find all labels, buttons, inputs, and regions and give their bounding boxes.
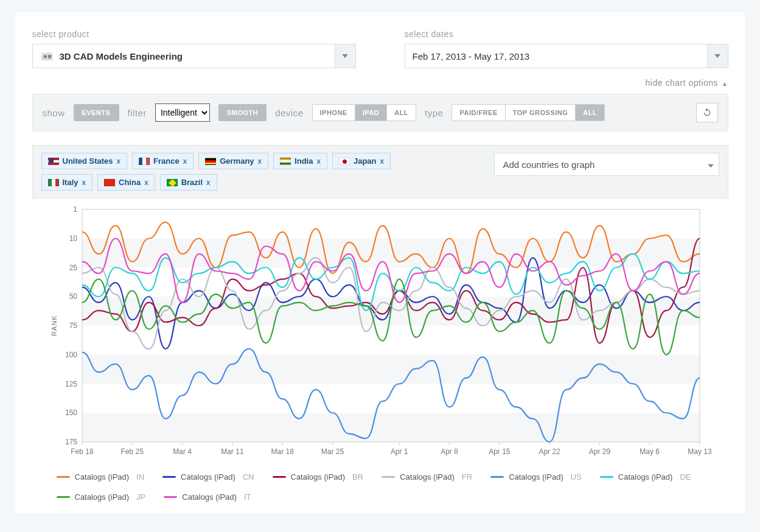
- svg-text:Mar 4: Mar 4: [173, 447, 192, 456]
- type-pill-group: PAID/FREETOP GROSSINGALL: [451, 104, 605, 121]
- flag-icon-us: [48, 158, 59, 165]
- legend-swatch: [273, 476, 286, 478]
- legend-swatch: [57, 476, 70, 478]
- remove-icon: x: [380, 156, 385, 166]
- country-tag-in[interactable]: India x: [273, 153, 327, 169]
- country-tag-de[interactable]: Germany x: [198, 153, 268, 169]
- device-pills-ipad[interactable]: IPAD: [355, 105, 387, 121]
- device-label: device: [275, 108, 303, 118]
- countries-bar: United States xFrance xGermany xIndia xJ…: [32, 145, 728, 198]
- svg-text:May 6: May 6: [640, 447, 660, 456]
- svg-text:Mar 18: Mar 18: [271, 447, 294, 456]
- svg-rect-5: [82, 355, 700, 384]
- filter-select[interactable]: Intelligent: [155, 103, 210, 122]
- country-tag-us[interactable]: United States x: [41, 153, 128, 169]
- flag-icon-it: [48, 179, 59, 186]
- chart-options-bar: show EVENTS filter Intelligent SMOOTH de…: [32, 94, 728, 131]
- svg-text:May 13: May 13: [688, 447, 712, 456]
- dates-select[interactable]: Feb 17, 2013 - May 17, 2013: [405, 44, 728, 68]
- remove-icon: x: [117, 156, 121, 166]
- app-icon: [40, 49, 54, 63]
- add-country-select[interactable]: Add countries to graph: [494, 153, 719, 176]
- svg-text:Feb 18: Feb 18: [71, 447, 94, 456]
- country-tag-it[interactable]: Italy x: [41, 174, 93, 191]
- remove-icon: x: [206, 178, 211, 187]
- events-button[interactable]: EVENTS: [74, 104, 119, 121]
- country-tag-cn[interactable]: China x: [97, 174, 155, 191]
- product-select[interactable]: 3D CAD Models Engineering: [32, 44, 356, 68]
- svg-text:Apr 15: Apr 15: [489, 447, 511, 456]
- filter-label: filter: [128, 108, 147, 118]
- flag-icon-jp: [339, 158, 350, 165]
- flag-icon-fr: [139, 158, 150, 165]
- show-label: show: [43, 108, 65, 118]
- device-pills-iphone[interactable]: IPHONE: [313, 105, 355, 121]
- svg-text:Mar 11: Mar 11: [221, 447, 244, 456]
- flag-icon-in: [280, 158, 291, 165]
- svg-text:50: 50: [69, 292, 77, 301]
- rank-chart: 110255075100125150175RANKFeb 18Feb 25Mar…: [32, 205, 728, 466]
- svg-text:1: 1: [73, 205, 77, 214]
- svg-text:Apr 8: Apr 8: [441, 447, 458, 456]
- dates-label: select dates: [405, 29, 728, 39]
- svg-text:Apr 22: Apr 22: [539, 447, 560, 456]
- svg-text:100: 100: [64, 351, 77, 359]
- country-tag-br[interactable]: Brazil x: [160, 174, 217, 191]
- chevron-down-icon: [335, 44, 355, 68]
- triangle-up-icon: ▲: [722, 80, 728, 87]
- svg-text:125: 125: [64, 380, 77, 388]
- svg-text:Feb 25: Feb 25: [120, 447, 144, 456]
- legend-swatch: [490, 476, 504, 478]
- type-pills-paidfree[interactable]: PAID/FREE: [452, 105, 505, 121]
- svg-text:150: 150: [64, 408, 77, 417]
- remove-icon: x: [82, 178, 86, 187]
- svg-point-1: [43, 55, 47, 58]
- remove-icon: x: [316, 156, 321, 166]
- hide-chart-options-toggle[interactable]: hide chart options▲: [32, 78, 728, 88]
- legend-item-cn[interactable]: Catalogs (iPad)CN: [162, 472, 254, 481]
- svg-text:10: 10: [69, 234, 77, 243]
- dates-value: Feb 17, 2013 - May 17, 2013: [413, 51, 530, 61]
- selectors-row: select product 3D CAD Models Engineering…: [32, 29, 728, 68]
- refresh-button[interactable]: [696, 103, 718, 122]
- legend-swatch: [164, 496, 177, 498]
- svg-text:75: 75: [69, 321, 77, 330]
- legend-swatch: [382, 476, 395, 478]
- legend-item-fr[interactable]: Catalogs (iPad)FR: [382, 472, 472, 481]
- flag-icon-de: [205, 158, 216, 165]
- device-pills-all[interactable]: ALL: [387, 105, 416, 121]
- country-tags: United States xFrance xGermany xIndia xJ…: [41, 153, 431, 191]
- legend-swatch: [162, 476, 176, 478]
- svg-text:Apr 29: Apr 29: [588, 447, 610, 456]
- legend-item-br[interactable]: Catalogs (iPad)BR: [273, 472, 364, 481]
- flag-icon-cn: [104, 179, 115, 186]
- legend-item-it[interactable]: Catalogs (iPad)IT: [164, 492, 251, 502]
- type-pills-all[interactable]: ALL: [576, 105, 604, 121]
- svg-rect-6: [82, 413, 700, 442]
- chevron-down-icon: [708, 159, 714, 170]
- device-pill-group: IPHONEIPADALL: [312, 104, 417, 121]
- dashboard-card: select product 3D CAD Models Engineering…: [15, 12, 745, 514]
- svg-rect-2: [47, 55, 51, 58]
- legend-swatch: [600, 476, 613, 478]
- remove-icon: x: [144, 178, 148, 187]
- legend-item-us[interactable]: Catalogs (iPad)US: [490, 472, 582, 481]
- type-label: type: [425, 108, 443, 118]
- legend-item-de[interactable]: Catalogs (iPad)DE: [600, 472, 691, 481]
- legend-swatch: [57, 496, 70, 498]
- product-group: select product 3D CAD Models Engineering: [32, 29, 356, 68]
- legend-item-jp[interactable]: Catalogs (iPad)JP: [57, 492, 146, 502]
- dates-group: select dates Feb 17, 2013 - May 17, 2013: [405, 29, 728, 68]
- svg-text:RANK: RANK: [51, 315, 58, 337]
- add-country-placeholder: Add countries to graph: [503, 159, 595, 170]
- svg-text:25: 25: [69, 264, 77, 272]
- remove-icon: x: [183, 156, 187, 166]
- type-pills-topgrossing[interactable]: TOP GROSSING: [506, 105, 576, 121]
- country-tag-jp[interactable]: Japan x: [332, 153, 391, 169]
- svg-text:175: 175: [64, 438, 77, 446]
- chevron-down-icon: [707, 44, 728, 68]
- smooth-button[interactable]: SMOOTH: [218, 104, 267, 121]
- product-label: select product: [32, 29, 356, 39]
- legend-item-in[interactable]: Catalogs (iPad)IN: [57, 472, 145, 481]
- country-tag-fr[interactable]: France x: [132, 153, 193, 169]
